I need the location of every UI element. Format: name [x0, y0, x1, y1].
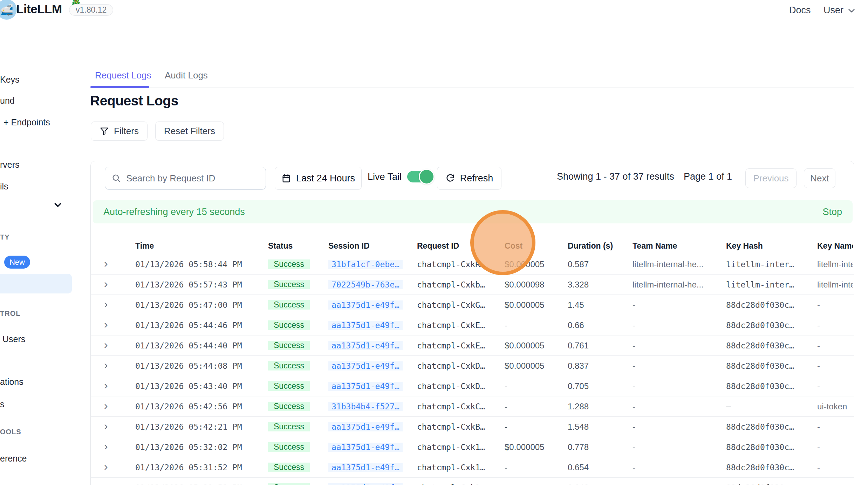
cell-request-id: chatcmpl-CxkD…	[417, 382, 505, 391]
table-row[interactable]: › 01/13/2026 05:42:21 PM Success aa1375d…	[91, 417, 854, 437]
next-page-button[interactable]: Next	[804, 168, 835, 188]
sidebar-section-tools: OOLS	[0, 428, 21, 436]
tabs-divider	[90, 88, 854, 88]
status-badge: Success	[268, 463, 310, 472]
session-id-link[interactable]: 31bfa1cf-0ebe…	[328, 260, 403, 269]
search-input[interactable]	[126, 173, 259, 184]
expand-row-chevron-icon[interactable]: ›	[104, 462, 108, 472]
cell-time: 01/13/2026 05:44:40 PM	[135, 341, 268, 350]
reset-filters-button[interactable]: Reset Filters	[155, 122, 224, 141]
sidebar-item-logs-selected[interactable]	[0, 274, 72, 293]
cell-duration: 0.587	[568, 259, 633, 269]
reset-filters-label: Reset Filters	[164, 126, 215, 137]
filters-button[interactable]: Filters	[91, 122, 148, 141]
tab-audit-logs[interactable]: Audit Logs	[165, 70, 208, 81]
cell-request-id: chatcmpl-CxkB…	[417, 422, 505, 431]
sidebar-item-servers[interactable]: rvers	[0, 160, 20, 170]
table-row[interactable]: › 01/13/2026 05:44:08 PM Success aa1375d…	[91, 356, 854, 376]
table-row[interactable]: › 01/13/2026 05:31:51 PM Success aa1375d…	[91, 478, 854, 485]
sidebar-item-organizations[interactable]: ations	[0, 377, 23, 387]
cell-duration: 0.642	[568, 483, 633, 485]
cell-key-name: -	[817, 381, 853, 391]
expand-row-chevron-icon[interactable]: ›	[104, 259, 108, 269]
cell-cost: -	[505, 422, 568, 432]
cell-cost: -	[505, 483, 568, 485]
cell-cost: -	[505, 320, 568, 330]
session-id-link[interactable]: aa1375d1-e49f…	[328, 300, 403, 310]
cell-cost: -	[505, 381, 568, 391]
time-range-button[interactable]: Last 24 Hours	[275, 167, 362, 190]
session-id-link[interactable]: aa1375d1-e49f…	[328, 382, 403, 391]
expand-row-chevron-icon[interactable]: ›	[104, 442, 108, 452]
sidebar-item-guardrails[interactable]: ils	[0, 181, 8, 192]
session-id-link[interactable]: aa1375d1-e49f…	[328, 321, 403, 330]
cell-team-name: litellm-internal-he...	[633, 280, 726, 290]
cell-key-hash: 88dc28d0f030c…	[726, 422, 817, 431]
cell-request-id: chatcmpl-Cxkb…	[417, 280, 505, 289]
cell-duration: 1.288	[568, 402, 633, 411]
expand-row-chevron-icon[interactable]: ›	[104, 381, 108, 391]
table-row[interactable]: › 01/13/2026 05:44:46 PM Success aa1375d…	[91, 315, 854, 335]
expand-row-chevron-icon[interactable]: ›	[104, 279, 108, 289]
session-id-link[interactable]: aa1375d1-e49f…	[328, 361, 403, 370]
train-icon: 🚅	[0, 4, 13, 16]
session-id-link[interactable]: aa1375d1-e49f…	[328, 422, 403, 431]
refresh-button[interactable]: Refresh	[437, 167, 501, 190]
sidebar-item-teams[interactable]: s	[0, 399, 5, 409]
session-id-link[interactable]: aa1375d1-e49f…	[328, 443, 403, 452]
table-row[interactable]: › 01/13/2026 05:43:40 PM Success aa1375d…	[91, 376, 854, 396]
session-id-link[interactable]: 7022549b-763e…	[328, 280, 403, 289]
live-tail-label: Live Tail	[368, 172, 402, 182]
results-info: Showing 1 - 37 of 37 results	[557, 171, 674, 182]
sidebar-nav: Keys und + Endpoints rvers ils TY New TR…	[0, 22, 81, 485]
cell-key-name: -	[817, 341, 853, 351]
status-badge: Success	[268, 483, 310, 485]
user-menu[interactable]: User	[823, 5, 856, 16]
sidebar-item-playground[interactable]: und	[0, 96, 15, 106]
sidebar-item-keys[interactable]: Keys	[0, 75, 20, 85]
session-id-link[interactable]: aa1375d1-e49f…	[328, 341, 403, 350]
expand-row-chevron-icon[interactable]: ›	[104, 401, 108, 411]
cell-time: 01/13/2026 05:44:08 PM	[135, 361, 268, 370]
expand-row-chevron-icon[interactable]: ›	[104, 360, 108, 370]
status-badge: Success	[268, 300, 310, 310]
auto-refresh-banner: Auto-refreshing every 15 seconds Stop	[93, 200, 853, 223]
sidebar-item-models-endpoints[interactable]: + Endpoints	[4, 117, 50, 127]
litellm-logo[interactable]: 🚅	[0, 0, 17, 20]
docs-link[interactable]: Docs	[789, 5, 811, 16]
expand-row-chevron-icon[interactable]: ›	[104, 340, 108, 350]
table-row[interactable]: › 01/13/2026 05:47:00 PM Success aa1375d…	[91, 295, 854, 315]
cell-duration: 0.66	[568, 320, 633, 330]
table-row[interactable]: › 01/13/2026 05:44:40 PM Success aa1375d…	[91, 335, 854, 356]
cell-time: 01/13/2026 05:42:21 PM	[135, 422, 268, 431]
cell-key-name: -	[817, 442, 853, 452]
expand-row-chevron-icon[interactable]: ›	[104, 320, 108, 330]
tab-request-logs[interactable]: Request Logs	[95, 70, 151, 81]
session-id-link[interactable]: aa1375d1-e49f…	[328, 483, 403, 485]
table-row[interactable]: › 01/13/2026 05:57:43 PM Success 7022549…	[91, 275, 854, 295]
cell-team-name: -	[633, 483, 726, 485]
stop-auto-refresh-button[interactable]: Stop	[822, 207, 842, 217]
table-row[interactable]: › 01/13/2026 05:58:44 PM Success 31bfa1c…	[91, 254, 854, 275]
expand-row-chevron-icon[interactable]: ›	[104, 299, 108, 310]
sidebar-collapse-chevron-icon[interactable]	[53, 199, 63, 211]
table-row[interactable]: › 01/13/2026 05:32:02 PM Success aa1375d…	[91, 437, 854, 457]
table-row[interactable]: › 01/13/2026 05:42:56 PM Success 31b3b4b…	[91, 396, 854, 417]
cell-duration: 0.654	[568, 463, 633, 472]
previous-page-button[interactable]: Previous	[745, 168, 797, 188]
sidebar-item-users[interactable]: Users	[2, 334, 25, 344]
live-tail-toggle[interactable]	[407, 171, 432, 182]
expand-row-chevron-icon[interactable]: ›	[104, 421, 108, 431]
cell-duration: 0.761	[568, 341, 633, 351]
request-logs-table: Time Status Session ID Request ID Cost D…	[91, 238, 854, 485]
search-box[interactable]	[105, 167, 266, 190]
cell-duration: 0.837	[568, 361, 633, 371]
sidebar-section-observability: TY	[0, 233, 10, 241]
expand-row-chevron-icon[interactable]: ›	[104, 482, 108, 485]
session-id-link[interactable]: aa1375d1-e49f…	[328, 463, 403, 472]
header-key-name: Key Name	[817, 241, 853, 251]
sidebar-item-reference[interactable]: erence	[0, 453, 27, 464]
table-row[interactable]: › 01/13/2026 05:31:52 PM Success aa1375d…	[91, 457, 854, 478]
calendar-icon	[281, 173, 291, 183]
session-id-link[interactable]: 31b3b4b4-f527…	[328, 402, 403, 411]
